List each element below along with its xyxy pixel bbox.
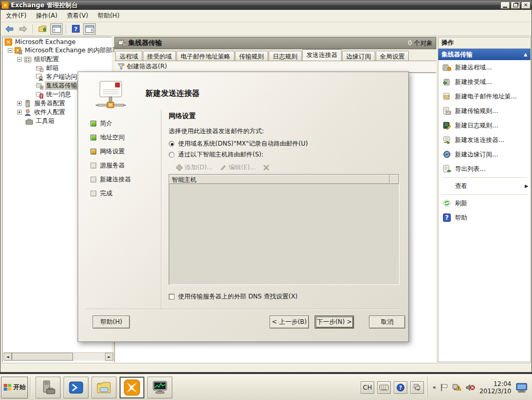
action-new-accepted-domain[interactable]: 新建接受域... — [438, 75, 530, 89]
step-pending-icon — [91, 191, 96, 196]
export-list-icon — [442, 165, 451, 173]
forward-button[interactable] — [17, 23, 29, 35]
back-button[interactable] — [3, 23, 16, 35]
tree-item-organization-config[interactable]: 组织配置 — [3, 55, 111, 64]
tab-accepted-domains[interactable]: 接受的域 — [143, 51, 176, 61]
collapse-icon[interactable] — [8, 48, 12, 53]
clock-time: 12:04 — [479, 380, 511, 388]
menu-help[interactable]: 帮助(H) — [93, 10, 124, 22]
help-icon: ? — [442, 213, 451, 222]
action-new-send-connector[interactable]: 新建发送连接器... — [438, 133, 530, 147]
wizard-back-button[interactable]: < 上一步(B) — [270, 316, 309, 328]
action-new-journal-rule[interactable]: 新建日志规则... — [438, 118, 530, 133]
delete-smart-host-button[interactable] — [263, 164, 270, 171]
radio-route-smart-hosts[interactable]: 通过以下智能主机路由邮件(S): — [169, 149, 400, 160]
volume-muted-icon[interactable] — [466, 383, 475, 392]
expand-icon[interactable] — [17, 110, 22, 115]
show-desktop-icon[interactable] — [515, 382, 528, 393]
step-address-space: 地址空间 — [91, 131, 160, 145]
step-introduction: 简介 — [91, 117, 160, 131]
export-folder-button[interactable] — [36, 23, 49, 35]
restore-button[interactable] — [511, 2, 520, 9]
actions-section-header[interactable]: 集线器传输 ▲ — [438, 49, 530, 60]
taskbar-performance-monitor-button[interactable] — [147, 377, 172, 398]
language-bar-options-button[interactable] — [410, 381, 424, 394]
toolbar-help-button[interactable]: ? — [69, 23, 82, 35]
action-refresh[interactable]: 刷新 — [438, 196, 530, 210]
radio-unselected-icon[interactable] — [169, 152, 174, 158]
taskbar-clock[interactable]: 12:04 2012/3/10 — [479, 380, 511, 395]
wizard-next-button[interactable]: 下一步(N) > — [315, 316, 354, 328]
network-warning-icon[interactable]: ! — [452, 383, 462, 392]
taskbar-server-manager-button[interactable] — [36, 377, 61, 398]
wizard-cancel-button[interactable]: 取消 — [369, 316, 405, 328]
tree-horizontal-scrollbar[interactable]: ◄ ► — [4, 352, 113, 361]
taskbar-exchange-button[interactable] — [120, 377, 144, 398]
language-bar-help-button[interactable]: ? — [394, 381, 407, 394]
action-export-list[interactable]: 导出列表... — [438, 162, 530, 176]
show-console-tree-button[interactable] — [50, 23, 63, 35]
collapse-section-icon[interactable]: ▲ — [524, 52, 527, 57]
scrollbar-thumb[interactable] — [12, 353, 73, 361]
checkbox-unchecked-icon[interactable] — [169, 294, 174, 299]
tree-item-on-premises[interactable]: Microsoft Exchange 的内部部署 — [3, 46, 111, 55]
actions-pane: 操作 集线器传输 ▲ 新建远程域... 新建接受域... — [438, 37, 531, 362]
start-button[interactable]: 开始 — [1, 377, 28, 398]
wizard-help-button[interactable]: 帮助(H) — [93, 316, 130, 328]
step-done-icon — [91, 121, 96, 126]
page-heading: 网络设置 — [169, 111, 400, 121]
tab-remote-domains[interactable]: 远程域 — [115, 51, 142, 61]
show-hidden-icons-chevron[interactable]: « — [433, 384, 436, 390]
external-dns-option[interactable]: 使用传输服务器上的外部 DNS 查找设置(X) — [169, 292, 400, 301]
collapse-icon[interactable] — [17, 57, 22, 62]
action-new-edge-subscription[interactable]: 新建边缘订阅... — [438, 147, 530, 162]
taskbar: 开始 — [0, 374, 532, 400]
tab-global-settings[interactable]: 全局设置 — [376, 51, 409, 61]
taskbar-explorer-button[interactable] — [92, 377, 116, 398]
scroll-left-icon[interactable]: ◄ — [4, 353, 12, 361]
menu-action[interactable]: 操作(A) — [31, 10, 62, 22]
language-indicator[interactable]: CH — [361, 381, 374, 394]
tab-edge-subscriptions[interactable]: 边缘订阅 — [342, 51, 375, 61]
action-pane-icon — [85, 25, 94, 33]
action-new-remote-domain[interactable]: 新建远程域... — [438, 60, 530, 75]
taskbar-separator — [30, 377, 31, 398]
tab-send-connectors[interactable]: 发送连接器 — [302, 49, 342, 61]
wizard-divider — [161, 109, 161, 309]
action-help[interactable]: ? 帮助 — [438, 210, 530, 225]
smart-host-column-header[interactable]: 智能主机 — [169, 175, 390, 184]
action-new-email-address-policy[interactable]: 新建电子邮件地址策... — [438, 89, 530, 104]
radio-use-dns-mx[interactable]: 使用域名系统(DNS)"MX"记录自动路由邮件(U) — [169, 138, 400, 149]
taskbar-powershell-button[interactable] — [64, 377, 88, 398]
svg-text:?: ? — [74, 26, 77, 33]
smart-host-list[interactable]: 智能主机 — [169, 174, 400, 285]
menu-view[interactable]: 查看(V) — [62, 10, 93, 22]
expand-icon[interactable] — [17, 101, 22, 106]
tab-email-address-policies[interactable]: 电子邮件地址策略 — [176, 51, 234, 61]
step-done-icon — [91, 135, 96, 140]
svg-text:?: ? — [445, 214, 449, 221]
clock-date: 2012/3/10 — [479, 388, 511, 395]
scrollbar-track[interactable] — [73, 353, 105, 361]
new-journal-rule-icon — [442, 121, 451, 130]
server-config-icon — [24, 100, 32, 107]
tab-journal-rules[interactable]: 日志规则 — [269, 51, 302, 61]
create-filter-button[interactable]: 创建筛选器(R) — [127, 62, 167, 71]
edit-smart-host-button[interactable]: 编辑(E)... — [220, 163, 256, 172]
windows-flag-icon — [4, 384, 12, 391]
action-view[interactable]: 查看 ▶ — [438, 179, 530, 193]
minimize-button[interactable] — [500, 2, 510, 9]
radio-selected-icon[interactable] — [169, 141, 174, 147]
menu-file[interactable]: 文件(F) — [1, 10, 31, 22]
send-connector-wizard-icon — [96, 79, 126, 110]
tab-transport-rules[interactable]: 传输规则 — [235, 51, 268, 61]
tree-item-microsoft-exchange[interactable]: Microsoft Exchange — [3, 37, 111, 46]
close-button[interactable] — [521, 2, 530, 9]
show-action-pane-button[interactable] — [83, 23, 96, 35]
action-center-flag-icon[interactable] — [440, 383, 448, 392]
system-tray: CH ? « — [361, 377, 531, 398]
action-new-transport-rule[interactable]: 新建传输规则... — [438, 104, 530, 118]
keyboard-layout-button[interactable] — [377, 381, 391, 394]
add-smart-host-button[interactable]: 添加(D)... — [176, 163, 213, 172]
scroll-right-icon[interactable]: ► — [105, 353, 113, 361]
